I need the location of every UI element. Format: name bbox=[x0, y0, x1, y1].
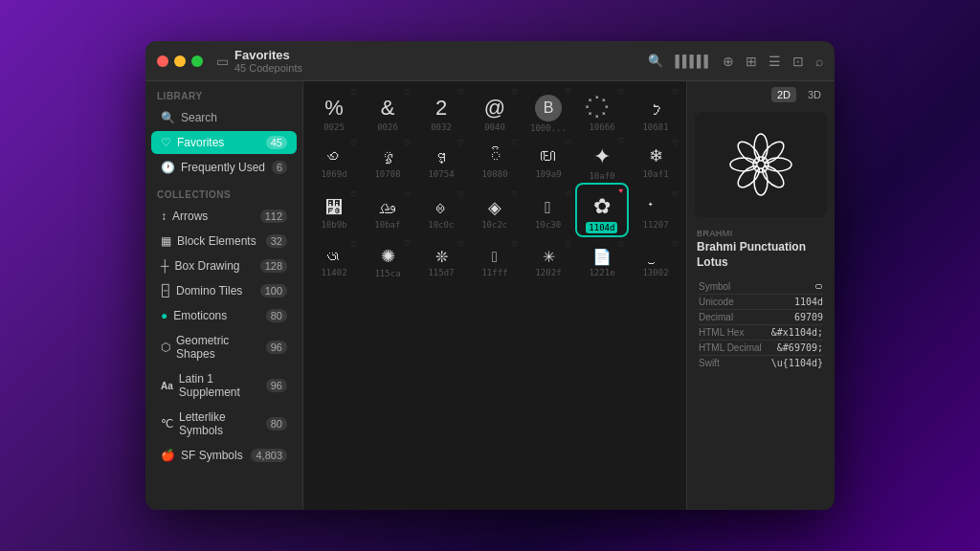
sidebar-toggle-icon[interactable]: ▭ bbox=[216, 54, 229, 69]
panel-row-html-dec: HTML Decimal &#69709; bbox=[699, 341, 823, 356]
sf-label: SF Symbols bbox=[181, 449, 245, 462]
zoom-icon[interactable]: ⊕ bbox=[723, 54, 734, 69]
grid-cell-10c30[interactable]: ♡ 𐵰 10c30 bbox=[522, 188, 575, 232]
search-label: Search bbox=[181, 111, 287, 124]
frequently-used-count: 6 bbox=[272, 161, 287, 174]
sidebar-item-arrows[interactable]: ↕ Arrows 112 bbox=[151, 205, 297, 228]
favorites-count: 45 bbox=[266, 136, 287, 149]
search-icon[interactable]: 🔍 bbox=[648, 54, 663, 68]
heart-icon: ♡ bbox=[457, 190, 464, 199]
sidebar-item-latin1[interactable]: Aa Latin 1 Supplement 96 bbox=[151, 367, 297, 404]
panel-search-icon[interactable]: ⌕ bbox=[815, 54, 823, 69]
decimal-key: Decimal bbox=[699, 312, 733, 322]
domino-label: Domino Tiles bbox=[176, 284, 255, 298]
heart-icon: ♡ bbox=[457, 88, 464, 97]
grid-cell-1069d[interactable]: ♡ ꩜ 1069d bbox=[307, 137, 361, 181]
grid-cell-10af0[interactable]: ♡ ✦ 10af0 bbox=[575, 135, 629, 183]
cell-code: 0025 bbox=[323, 122, 345, 132]
block-label: Block Elements bbox=[177, 234, 260, 248]
cell-symbol: & bbox=[381, 96, 395, 121]
grid-cell-1202f[interactable]: ♡ ✳ 1202f bbox=[522, 238, 575, 279]
list-icon[interactable]: ☰ bbox=[768, 54, 781, 69]
grid-cell-10880[interactable]: ♡ ꢶ 10880 bbox=[468, 137, 522, 181]
latin-label: Latin 1 Supplement bbox=[179, 372, 260, 399]
html-hex-key: HTML Hex bbox=[699, 327, 744, 338]
grid-cell-1104d[interactable]: ♥ ✿ 1104d bbox=[575, 183, 630, 236]
emoticon-icon: ● bbox=[161, 309, 167, 322]
cell-symbol: ❄ bbox=[649, 146, 663, 167]
grid-cell-115ca[interactable]: ♡ ✺ 115ca bbox=[361, 237, 414, 281]
close-button[interactable] bbox=[157, 55, 168, 67]
sidebar-search[interactable]: 🔍 Search bbox=[151, 106, 297, 129]
sidebar-item-block-elements[interactable]: ▦ Block Elements 32 bbox=[151, 230, 297, 253]
cell-code: 1221e bbox=[589, 268, 614, 277]
split-icon[interactable]: ⊡ bbox=[792, 54, 804, 69]
grid-cell-13002[interactable]: ♡ 𑨂 13002 bbox=[629, 238, 682, 279]
grid-cell-0032[interactable]: ♡ 2 0032 bbox=[414, 86, 468, 134]
waveform-icon[interactable]: ▌▌▌▌▌ bbox=[675, 55, 711, 68]
favorites-label: Favorites bbox=[177, 136, 260, 149]
grid-icon[interactable]: ⊞ bbox=[746, 54, 757, 69]
box-icon: ┼ bbox=[161, 259, 169, 273]
cell-code: 1069d bbox=[321, 169, 346, 179]
heart-icon: ♡ bbox=[672, 240, 679, 249]
swift-val: \u{1104d} bbox=[771, 358, 823, 368]
grid-cell-10666[interactable]: ♡ ꙰ 10666 bbox=[575, 86, 629, 134]
toggle-2d-button[interactable]: 2D bbox=[771, 87, 796, 102]
cell-code: 10681 bbox=[642, 122, 668, 132]
toggle-3d-button[interactable]: 3D bbox=[802, 87, 827, 102]
panel-row-symbol: Symbol 𑄤 bbox=[699, 279, 823, 295]
heart-icon: ♡ bbox=[618, 240, 625, 249]
grid-cell-115d7[interactable]: ♡ ❊ 115d7 bbox=[414, 238, 468, 279]
grid-cell-11fff[interactable]: ♡ 𑙿 11fff bbox=[468, 238, 522, 279]
minimize-button[interactable] bbox=[174, 55, 186, 67]
sidebar-item-sf[interactable]: 🍎 SF Symbols 4,803 bbox=[151, 444, 297, 467]
sidebar-frequently-used[interactable]: 🕐 Frequently Used 6 bbox=[151, 156, 297, 179]
grid-cell-10b9b[interactable]: ♡ ꫸ 10b9b bbox=[307, 188, 361, 232]
sidebar-item-domino[interactable]: 🁣 Domino Tiles 100 bbox=[151, 279, 297, 302]
heart-icon: ♡ bbox=[511, 88, 518, 97]
grid-cell-10754[interactable]: ♡ ꬶ 10754 bbox=[414, 137, 468, 181]
heart-icon: ♡ bbox=[672, 139, 679, 147]
sidebar-item-geometric[interactable]: ⬡ Geometric Shapes 96 bbox=[151, 329, 297, 365]
grid-cell-0040[interactable]: ♡ @ 0040 bbox=[468, 86, 522, 134]
sidebar-favorites[interactable]: ♡ Favorites 45 bbox=[151, 131, 297, 154]
grid-cell-11207[interactable]: ♡ 𑇇 11207 bbox=[629, 188, 682, 232]
grid-cell-0025[interactable]: ♡ % 0025 bbox=[307, 86, 361, 134]
block-count: 32 bbox=[266, 234, 287, 248]
sidebar-item-box-drawing[interactable]: ┼ Box Drawing 128 bbox=[151, 254, 297, 277]
heart-icon: ♡ bbox=[404, 139, 411, 147]
svg-point-8 bbox=[759, 163, 788, 191]
unicode-key: Unicode bbox=[699, 297, 734, 307]
panel-row-unicode: Unicode 1104d bbox=[699, 295, 823, 310]
frequently-used-label: Frequently Used bbox=[181, 161, 266, 174]
arrows-count: 112 bbox=[260, 209, 287, 223]
cell-code: 10baf bbox=[374, 220, 400, 230]
grid-cell-10baf[interactable]: ♡ 𐮯 10baf bbox=[361, 188, 414, 232]
latin-count: 96 bbox=[266, 379, 287, 392]
grid-cell-10681[interactable]: ♡ 𐡁 10681 bbox=[629, 86, 682, 134]
grid-cell-10af1[interactable]: ♡ ❄ 10af1 bbox=[629, 137, 682, 181]
grid-scroll[interactable]: ♡ % 0025 ♡ & 0026 ♡ 2 0032 bbox=[303, 81, 686, 510]
heart-icon: ♡ bbox=[511, 190, 518, 199]
cell-symbol: ✳ bbox=[543, 248, 555, 266]
grid-cell-10c0c[interactable]: ♡ 𐳌 10c0c bbox=[414, 188, 468, 232]
maximize-button[interactable] bbox=[191, 55, 203, 67]
grid-cell-0026[interactable]: ♡ & 0026 bbox=[361, 86, 414, 134]
sidebar-item-emoticons[interactable]: ● Emoticons 80 bbox=[151, 304, 297, 327]
cell-code: 0026 bbox=[377, 122, 398, 132]
heart-icon: ♡ bbox=[565, 190, 571, 199]
grid-cell-11402[interactable]: ♡ 𑈂 11402 bbox=[307, 238, 361, 279]
heart-icon: ♡ bbox=[457, 139, 464, 147]
letterlike-label: Letterlike Symbols bbox=[179, 410, 260, 437]
cell-symbol: ꦩ bbox=[540, 146, 557, 167]
cell-code: 10666 bbox=[589, 122, 614, 132]
grid-cell-109a9[interactable]: ♡ ꦩ 109a9 bbox=[522, 137, 575, 181]
grid-cell-10708[interactable]: ♡ ꨳ 10708 bbox=[361, 137, 414, 181]
sidebar-item-letterlike[interactable]: ℃ Letterlike Symbols 80 bbox=[151, 406, 297, 442]
grid-cell-1000[interactable]: ♡ B 1000... bbox=[522, 85, 575, 135]
cell-code: 11402 bbox=[321, 268, 346, 277]
grid-cell-1221e[interactable]: ♡ 📄 1221e bbox=[575, 238, 629, 279]
grid-cell-10c2c[interactable]: ♡ ◈ 10c2c bbox=[468, 188, 522, 232]
cell-code: 10b9b bbox=[321, 220, 346, 230]
